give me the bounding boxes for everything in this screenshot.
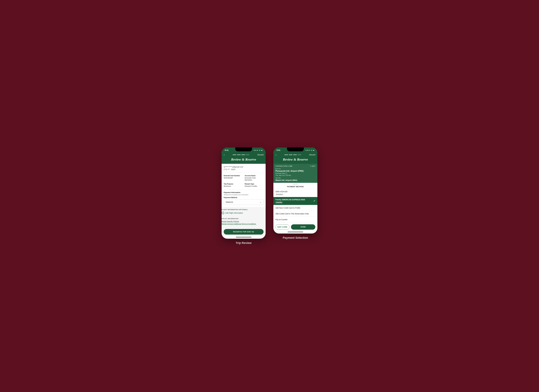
add-flight-label: Add Flight Information: [225, 212, 243, 214]
emerald-account-row: Emerald Club Number 929166490 Account Na…: [224, 175, 264, 181]
flight-section: FLIGHT INFORMATION (OPTIONAL) + Add Flig…: [221, 207, 266, 216]
policy-section-title: POLICY INFORMATION: [221, 218, 266, 220]
payment-required-note: *Required to complete your reservation: [224, 194, 264, 196]
progress-dot-r2: [289, 155, 292, 155]
screen-container: 9:41 ▲▲▲ ▲ ▬ ‹ Discard: [221, 148, 318, 245]
emerald-club-col: Emerald Club Number 929166490: [224, 175, 243, 181]
edit-location-button[interactable]: ✎ EDIT: [310, 165, 315, 167]
wifi-icon-right: ▲: [311, 149, 312, 151]
battery-icon: ▬: [261, 149, 263, 151]
location-section-title: LOCATION, DATE & TIME: [275, 165, 292, 167]
progress-dot-r1: [284, 155, 288, 155]
wifi-icon: ▲: [259, 149, 260, 151]
edit-label: EDIT: [312, 165, 315, 167]
reward-type-col: Reward Type Reward Credits: [245, 183, 264, 187]
payment-info-title: Payment Information: [224, 191, 264, 193]
battery-icon-right: ▬: [313, 149, 314, 151]
swa-visa-badge: BUSINESS: [275, 194, 284, 195]
notch-right: [287, 148, 304, 151]
progress-dot-r3: [293, 155, 297, 155]
nav-row-right: ‹ Discard: [275, 153, 315, 156]
sheet-footer: EDIT CARD DONE: [273, 222, 318, 231]
signal-icon: ▲▲▲: [253, 149, 258, 151]
progress-dots-left: [233, 155, 250, 155]
edit-card-button[interactable]: EDIT CARD: [275, 224, 289, 230]
left-phone-label: Trip Review: [236, 241, 251, 245]
reward-type-label: Reward Type: [245, 183, 264, 185]
trip-review-section: 9:41 ▲▲▲ ▲ ▬ ‹ Discard: [221, 148, 266, 245]
flight-section-title: FLIGHT INFORMATION (OPTIONAL): [221, 209, 266, 210]
progress-dot-4: [246, 155, 250, 155]
pay-at-counter-option[interactable]: Pay at Counter: [273, 217, 318, 222]
pickup-label: PICK-UP: [275, 168, 315, 169]
signal-icon-right: ▲▲▲: [305, 149, 310, 151]
aisle-row: Emerald Aisle i: [275, 172, 315, 174]
progress-dot-2: [237, 155, 241, 155]
rental-contract-terms-link[interactable]: Rental Contract Additional Terms & Condi…: [221, 223, 266, 225]
app-title-left: Review & Reserve: [224, 157, 264, 162]
payment-method-value: Visa1111: [226, 201, 233, 203]
plus-circle-icon: +: [221, 212, 224, 214]
right-phone-label: Payment Selection: [283, 236, 308, 239]
sheet-handle: [293, 184, 298, 184]
progress-dots-right: [284, 155, 301, 155]
nav-row-left: ‹ Discard: [224, 153, 264, 156]
return-airport: Miami Intl. Airport (MIA): [275, 179, 315, 181]
add-new-credit-card-option[interactable]: Add New Credit Card to Profile: [273, 205, 318, 211]
pickup-airport: Pensacola Intl. Airport (PNS): [275, 170, 315, 172]
trip-purpose-label: Trip Purpose: [224, 183, 243, 185]
progress-dot-1: [233, 155, 236, 155]
app-header-right: ‹ Discard Review & Reserve: [273, 152, 318, 164]
edit-icon: ✎: [310, 165, 311, 167]
pickup-datetime: Tue, Mar 9 at 7:00 AM: [275, 175, 315, 176]
account-name-label: Account Name: [245, 175, 264, 177]
trip-purpose-col: Trip Purpose Business: [224, 183, 243, 187]
payment-selection-section: 9:41 ▲▲▲ ▲ ▬ ‹ Discard: [273, 148, 318, 239]
app-title-right: Review & Reserve: [275, 157, 315, 162]
reserve-button[interactable]: RESERVE FOR $457.62: [224, 229, 264, 234]
rental-specific-policies-link[interactable]: Rental Specific Policies: [221, 220, 266, 222]
back-button-left[interactable]: ‹: [224, 153, 225, 156]
sheet-handle-row: [273, 183, 318, 185]
checkmark-icon: ✓: [313, 200, 315, 202]
back-button-right[interactable]: ‹: [275, 153, 276, 156]
add-flight-button[interactable]: + Add Flight Information: [221, 212, 266, 214]
phone-field: (***) *** - 9203: [224, 168, 264, 171]
done-button[interactable]: DONE: [291, 224, 315, 230]
home-indicator-left: [236, 237, 251, 237]
trip-reward-row: Trip Purpose Business Reward Type Reward…: [224, 183, 264, 187]
info-circle-icon[interactable]: i: [285, 172, 287, 174]
return-label: RETURN: [275, 177, 315, 179]
location-section: LOCATION, DATE & TIME ✎ EDIT PICK-UP Pen…: [273, 164, 318, 183]
payment-method-select[interactable]: Visa1111 ⌄: [224, 199, 264, 205]
status-icons-right: ▲▲▲ ▲ ▬: [305, 149, 314, 151]
swa-visa-name: SWA VISA 825: [275, 191, 315, 193]
notch: [235, 148, 252, 151]
time-right: 9:41: [276, 149, 280, 151]
scroll-content-left: m**********y@gmail.com (***) *** - 9203 …: [221, 164, 266, 236]
discard-button-right[interactable]: Discard: [309, 154, 315, 156]
policy-section: POLICY INFORMATION Rental Specific Polic…: [221, 216, 266, 227]
amex-badge: LEISURE: [275, 201, 283, 203]
emerald-club-label: Emerald Club Number: [224, 175, 243, 177]
payment-bottom-sheet: PAYMENT METHOD SWA VISA 825 BUSINESS Fam…: [273, 183, 318, 234]
divider-1: [224, 172, 264, 173]
discard-button-left[interactable]: Discard: [257, 154, 264, 156]
payment-method-label: Payment Method: [224, 196, 264, 198]
aisle-text: Emerald Aisle: [275, 172, 285, 174]
payment-method-title: PAYMENT METHOD: [273, 185, 318, 189]
trip-purpose-value: Business: [224, 185, 243, 187]
add-credit-card-reservation-option[interactable]: Add Credit Card to This Reservation Only: [273, 211, 318, 217]
emerald-club-value: 929166490: [224, 177, 243, 179]
status-icons-left: ▲▲▲ ▲ ▬: [253, 149, 263, 151]
payment-option-swa-visa[interactable]: SWA VISA 825 BUSINESS: [273, 189, 318, 197]
account-name-value: Emerald Club Members: [245, 177, 264, 181]
trip-review-phone: 9:41 ▲▲▲ ▲ ▬ ‹ Discard: [221, 148, 266, 239]
chevron-down-icon: ⌄: [260, 201, 262, 204]
payment-selection-phone: 9:41 ▲▲▲ ▲ ▬ ‹ Discard: [273, 148, 318, 234]
progress-dot-3: [241, 155, 245, 155]
home-indicator-right: [288, 232, 303, 232]
amex-name: Family AMERICAN EXPRESS 6543: [275, 199, 315, 201]
app-header-left: ‹ Discard Review & Reserve: [221, 152, 266, 164]
payment-option-amex[interactable]: Family AMERICAN EXPRESS 6543 LEISURE ✓: [273, 197, 318, 205]
